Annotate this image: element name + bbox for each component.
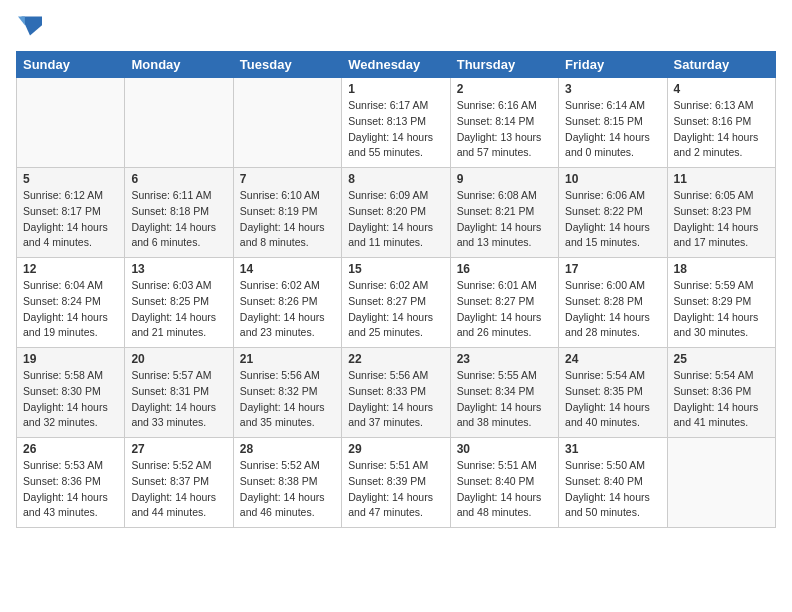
- daylight-text: Daylight: 14 hours and 32 minutes.: [23, 401, 108, 429]
- daylight-text: Daylight: 14 hours and 33 minutes.: [131, 401, 216, 429]
- day-info: Sunrise: 5:54 AM Sunset: 8:36 PM Dayligh…: [674, 368, 769, 431]
- day-info: Sunrise: 5:51 AM Sunset: 8:40 PM Dayligh…: [457, 458, 552, 521]
- day-number: 26: [23, 442, 118, 456]
- logo-icon: [18, 16, 42, 36]
- daylight-text: Daylight: 14 hours and 47 minutes.: [348, 491, 433, 519]
- sunrise-text: Sunrise: 5:56 AM: [348, 369, 428, 381]
- daylight-text: Daylight: 14 hours and 13 minutes.: [457, 221, 542, 249]
- day-info: Sunrise: 5:56 AM Sunset: 8:33 PM Dayligh…: [348, 368, 443, 431]
- sunset-text: Sunset: 8:32 PM: [240, 385, 318, 397]
- sunrise-text: Sunrise: 6:10 AM: [240, 189, 320, 201]
- day-number: 15: [348, 262, 443, 276]
- sunset-text: Sunset: 8:39 PM: [348, 475, 426, 487]
- calendar-header-tuesday: Tuesday: [233, 52, 341, 78]
- sunset-text: Sunset: 8:18 PM: [131, 205, 209, 217]
- day-info: Sunrise: 6:12 AM Sunset: 8:17 PM Dayligh…: [23, 188, 118, 251]
- day-info: Sunrise: 5:58 AM Sunset: 8:30 PM Dayligh…: [23, 368, 118, 431]
- calendar-cell: 9 Sunrise: 6:08 AM Sunset: 8:21 PM Dayli…: [450, 168, 558, 258]
- daylight-text: Daylight: 14 hours and 30 minutes.: [674, 311, 759, 339]
- sunrise-text: Sunrise: 5:52 AM: [131, 459, 211, 471]
- day-info: Sunrise: 5:50 AM Sunset: 8:40 PM Dayligh…: [565, 458, 660, 521]
- sunrise-text: Sunrise: 6:13 AM: [674, 99, 754, 111]
- calendar-cell: 11 Sunrise: 6:05 AM Sunset: 8:23 PM Dayl…: [667, 168, 775, 258]
- day-number: 8: [348, 172, 443, 186]
- day-info: Sunrise: 6:03 AM Sunset: 8:25 PM Dayligh…: [131, 278, 226, 341]
- sunrise-text: Sunrise: 5:58 AM: [23, 369, 103, 381]
- daylight-text: Daylight: 14 hours and 2 minutes.: [674, 131, 759, 159]
- sunset-text: Sunset: 8:30 PM: [23, 385, 101, 397]
- calendar-cell: 25 Sunrise: 5:54 AM Sunset: 8:36 PM Dayl…: [667, 348, 775, 438]
- calendar-week-row: 5 Sunrise: 6:12 AM Sunset: 8:17 PM Dayli…: [17, 168, 776, 258]
- calendar-cell: 4 Sunrise: 6:13 AM Sunset: 8:16 PM Dayli…: [667, 78, 775, 168]
- calendar-header-friday: Friday: [559, 52, 667, 78]
- svg-marker-1: [18, 17, 25, 26]
- calendar-cell: [125, 78, 233, 168]
- day-number: 4: [674, 82, 769, 96]
- sunrise-text: Sunrise: 5:54 AM: [674, 369, 754, 381]
- calendar-cell: 23 Sunrise: 5:55 AM Sunset: 8:34 PM Dayl…: [450, 348, 558, 438]
- day-info: Sunrise: 6:00 AM Sunset: 8:28 PM Dayligh…: [565, 278, 660, 341]
- calendar-cell: 27 Sunrise: 5:52 AM Sunset: 8:37 PM Dayl…: [125, 438, 233, 528]
- calendar-cell: 14 Sunrise: 6:02 AM Sunset: 8:26 PM Dayl…: [233, 258, 341, 348]
- calendar-week-row: 26 Sunrise: 5:53 AM Sunset: 8:36 PM Dayl…: [17, 438, 776, 528]
- day-info: Sunrise: 6:01 AM Sunset: 8:27 PM Dayligh…: [457, 278, 552, 341]
- calendar-cell: 19 Sunrise: 5:58 AM Sunset: 8:30 PM Dayl…: [17, 348, 125, 438]
- calendar-cell: 22 Sunrise: 5:56 AM Sunset: 8:33 PM Dayl…: [342, 348, 450, 438]
- sunset-text: Sunset: 8:34 PM: [457, 385, 535, 397]
- calendar-table: SundayMondayTuesdayWednesdayThursdayFrid…: [16, 51, 776, 528]
- sunset-text: Sunset: 8:17 PM: [23, 205, 101, 217]
- calendar-cell: 26 Sunrise: 5:53 AM Sunset: 8:36 PM Dayl…: [17, 438, 125, 528]
- sunset-text: Sunset: 8:15 PM: [565, 115, 643, 127]
- calendar-cell: 1 Sunrise: 6:17 AM Sunset: 8:13 PM Dayli…: [342, 78, 450, 168]
- day-number: 30: [457, 442, 552, 456]
- calendar-cell: 18 Sunrise: 5:59 AM Sunset: 8:29 PM Dayl…: [667, 258, 775, 348]
- day-number: 23: [457, 352, 552, 366]
- calendar-cell: 6 Sunrise: 6:11 AM Sunset: 8:18 PM Dayli…: [125, 168, 233, 258]
- calendar-cell: 21 Sunrise: 5:56 AM Sunset: 8:32 PM Dayl…: [233, 348, 341, 438]
- calendar-cell: 10 Sunrise: 6:06 AM Sunset: 8:22 PM Dayl…: [559, 168, 667, 258]
- sunrise-text: Sunrise: 6:09 AM: [348, 189, 428, 201]
- day-number: 3: [565, 82, 660, 96]
- sunrise-text: Sunrise: 6:16 AM: [457, 99, 537, 111]
- sunrise-text: Sunrise: 5:54 AM: [565, 369, 645, 381]
- day-info: Sunrise: 5:52 AM Sunset: 8:38 PM Dayligh…: [240, 458, 335, 521]
- sunrise-text: Sunrise: 6:05 AM: [674, 189, 754, 201]
- sunrise-text: Sunrise: 6:06 AM: [565, 189, 645, 201]
- calendar-header-wednesday: Wednesday: [342, 52, 450, 78]
- daylight-text: Daylight: 14 hours and 26 minutes.: [457, 311, 542, 339]
- daylight-text: Daylight: 14 hours and 35 minutes.: [240, 401, 325, 429]
- daylight-text: Daylight: 14 hours and 43 minutes.: [23, 491, 108, 519]
- day-number: 7: [240, 172, 335, 186]
- day-number: 24: [565, 352, 660, 366]
- sunrise-text: Sunrise: 5:59 AM: [674, 279, 754, 291]
- sunset-text: Sunset: 8:24 PM: [23, 295, 101, 307]
- day-number: 29: [348, 442, 443, 456]
- day-number: 27: [131, 442, 226, 456]
- daylight-text: Daylight: 14 hours and 37 minutes.: [348, 401, 433, 429]
- daylight-text: Daylight: 14 hours and 41 minutes.: [674, 401, 759, 429]
- day-info: Sunrise: 5:59 AM Sunset: 8:29 PM Dayligh…: [674, 278, 769, 341]
- calendar-cell: [233, 78, 341, 168]
- sunrise-text: Sunrise: 6:02 AM: [348, 279, 428, 291]
- daylight-text: Daylight: 14 hours and 38 minutes.: [457, 401, 542, 429]
- sunset-text: Sunset: 8:19 PM: [240, 205, 318, 217]
- sunset-text: Sunset: 8:40 PM: [457, 475, 535, 487]
- daylight-text: Daylight: 14 hours and 4 minutes.: [23, 221, 108, 249]
- day-info: Sunrise: 6:10 AM Sunset: 8:19 PM Dayligh…: [240, 188, 335, 251]
- daylight-text: Daylight: 14 hours and 28 minutes.: [565, 311, 650, 339]
- sunrise-text: Sunrise: 5:53 AM: [23, 459, 103, 471]
- daylight-text: Daylight: 14 hours and 55 minutes.: [348, 131, 433, 159]
- sunset-text: Sunset: 8:16 PM: [674, 115, 752, 127]
- calendar-cell: 15 Sunrise: 6:02 AM Sunset: 8:27 PM Dayl…: [342, 258, 450, 348]
- day-info: Sunrise: 6:11 AM Sunset: 8:18 PM Dayligh…: [131, 188, 226, 251]
- sunrise-text: Sunrise: 5:57 AM: [131, 369, 211, 381]
- day-info: Sunrise: 6:16 AM Sunset: 8:14 PM Dayligh…: [457, 98, 552, 161]
- sunset-text: Sunset: 8:27 PM: [457, 295, 535, 307]
- calendar-cell: [667, 438, 775, 528]
- day-number: 10: [565, 172, 660, 186]
- sunset-text: Sunset: 8:37 PM: [131, 475, 209, 487]
- sunset-text: Sunset: 8:36 PM: [674, 385, 752, 397]
- sunset-text: Sunset: 8:20 PM: [348, 205, 426, 217]
- calendar-cell: 17 Sunrise: 6:00 AM Sunset: 8:28 PM Dayl…: [559, 258, 667, 348]
- daylight-text: Daylight: 13 hours and 57 minutes.: [457, 131, 542, 159]
